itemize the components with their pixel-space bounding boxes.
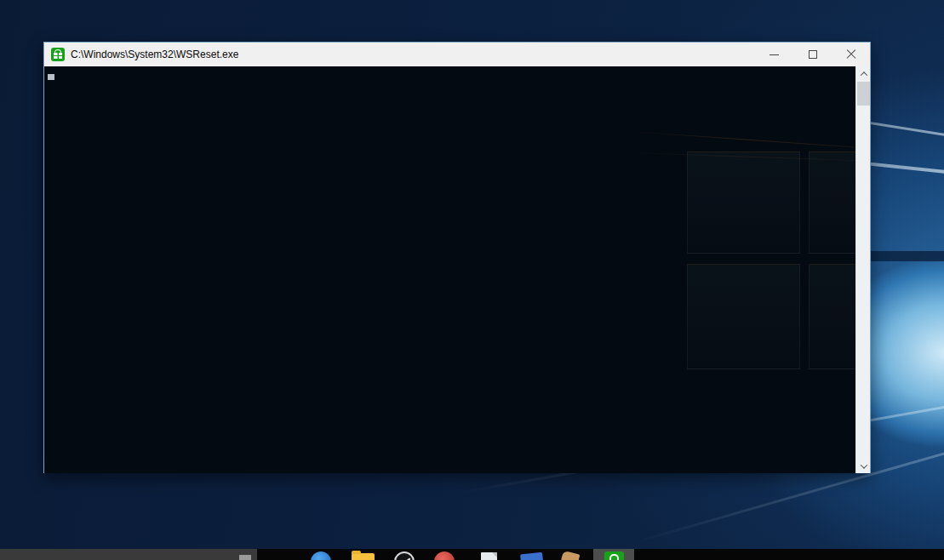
chevron-down-icon (860, 461, 867, 468)
taskbar-tool-app-icon[interactable] (394, 551, 415, 560)
chevron-up-icon (860, 71, 867, 78)
wallpaper-bleed-line (627, 131, 870, 152)
taskbar-document-app-icon[interactable] (481, 552, 497, 560)
titlebar[interactable]: C:\Windows\System32\WSReset.exe (44, 43, 870, 66)
file-explorer-icon[interactable] (352, 553, 375, 560)
taskbar-app-red-circle-icon[interactable] (434, 551, 455, 560)
minimize-icon (770, 54, 779, 55)
maximize-icon (809, 50, 817, 59)
minimize-button[interactable] (755, 43, 793, 66)
window-title: C:\Windows\System32\WSReset.exe (71, 49, 238, 60)
microsoft-store-icon (51, 48, 65, 61)
vertical-scrollbar[interactable] (855, 66, 870, 473)
wallpaper-bleedthrough (687, 151, 870, 473)
wallpaper-dark-band (863, 251, 944, 261)
taskbar-app-tan-icon[interactable] (559, 551, 581, 560)
console-window: C:\Windows\System32\WSReset.exe (43, 42, 871, 473)
wallpaper-bleed-line (627, 152, 870, 162)
taskbar-left-segment (0, 549, 257, 560)
store-bag-handle-icon (609, 554, 619, 560)
taskbar-app-blue-icon[interactable] (520, 552, 544, 560)
taskbar-app-blue-circle-icon[interactable] (311, 551, 331, 560)
wallpaper-logo-pane (687, 264, 800, 369)
close-button[interactable] (832, 43, 870, 66)
scrollbar-thumb[interactable] (857, 82, 870, 106)
maximize-button[interactable] (793, 43, 832, 66)
window-controls (755, 43, 870, 66)
console-cursor (48, 74, 54, 80)
desktop: C:\Windows\System32\WSReset.exe (0, 0, 944, 560)
taskbar-partial-icon[interactable] (239, 555, 251, 560)
close-icon (846, 49, 856, 60)
scroll-down-button[interactable] (856, 459, 870, 473)
wallpaper-logo-pane (687, 151, 800, 254)
microsoft-store-taskbar-icon[interactable] (604, 551, 624, 560)
taskbar[interactable] (0, 549, 944, 560)
console-output-area[interactable] (44, 66, 870, 473)
store-windows-flag-icon (54, 53, 62, 59)
scroll-up-button[interactable] (856, 66, 870, 81)
